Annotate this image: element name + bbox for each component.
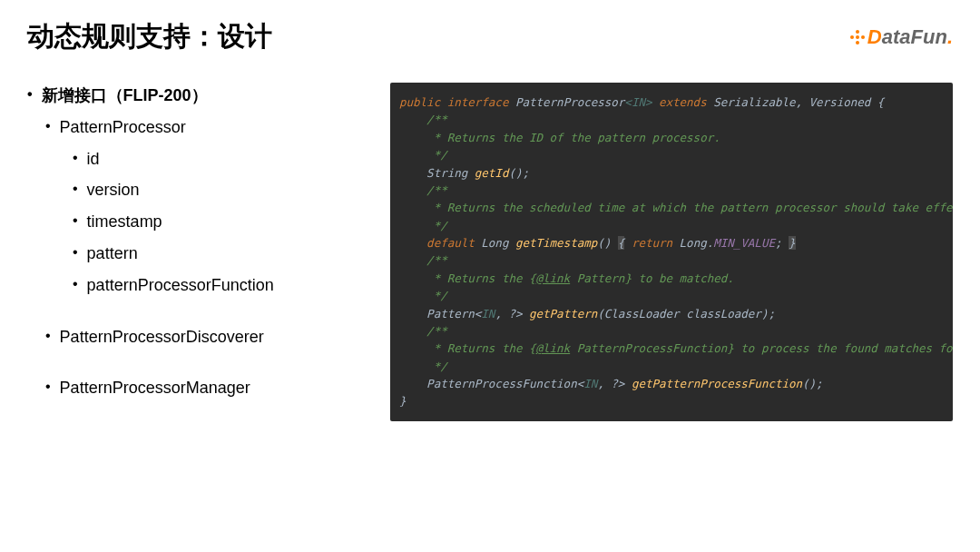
bullet-item: id: [73, 146, 372, 172]
bullet-item: PatternProcessorDiscoverer: [45, 324, 372, 350]
bullet-item: version: [73, 177, 372, 203]
code-comment: */: [399, 146, 944, 163]
code-comment: */: [399, 287, 944, 304]
code-comment: * Returns the scheduled time at which th…: [399, 199, 944, 216]
code-comment: /**: [399, 111, 944, 128]
spacer: [27, 355, 372, 375]
bullet-item: PatternProcessorManager: [45, 375, 372, 401]
spacer: [27, 304, 372, 324]
bullet-list: 新增接口（FLIP-200） PatternProcessor id versi…: [27, 83, 372, 421]
bullet-item: pattern: [73, 241, 372, 267]
code-comment: /**: [399, 251, 944, 269]
code-line: }: [399, 392, 944, 409]
bullet-item: PatternProcessor: [45, 114, 372, 141]
bullet-item: patternProcessorFunction: [73, 272, 372, 299]
code-line: Pattern<IN, ?> getPattern(ClassLoader cl…: [399, 305, 944, 322]
code-comment: */: [399, 217, 944, 234]
code-comment: /**: [399, 182, 944, 199]
slide-content: 新增接口（FLIP-200） PatternProcessor id versi…: [27, 83, 953, 421]
code-comment: * Returns the ID of the pattern processo…: [399, 129, 944, 146]
code-line: public interface PatternProcessor<IN> ex…: [399, 94, 944, 111]
bullet-item: timestamp: [73, 209, 372, 235]
logo-text: DataFun.: [867, 25, 953, 49]
datafun-logo: DataFun.: [850, 25, 953, 49]
slide-container: 动态规则支持：设计 DataFun. 新增接口（FLIP-200） Patter…: [0, 0, 980, 552]
code-comment: /**: [399, 322, 944, 340]
code-block: public interface PatternProcessor<IN> ex…: [390, 83, 953, 421]
code-comment: * Returns the {@link Pattern} to be matc…: [399, 270, 944, 287]
code-line: PatternProcessFunction<IN, ?> getPattern…: [399, 375, 944, 392]
code-line: default Long getTimestamp() { return Lon…: [399, 234, 944, 251]
slide-title: 动态规则支持：设计: [27, 18, 272, 55]
logo-dots-icon: [850, 30, 865, 44]
slide-header: 动态规则支持：设计 DataFun.: [27, 18, 953, 55]
code-line: String getId();: [399, 164, 944, 182]
code-comment: * Returns the {@link PatternProcessFunct…: [399, 340, 944, 357]
bullet-item: 新增接口（FLIP-200）: [27, 83, 372, 109]
code-comment: */: [399, 358, 944, 375]
